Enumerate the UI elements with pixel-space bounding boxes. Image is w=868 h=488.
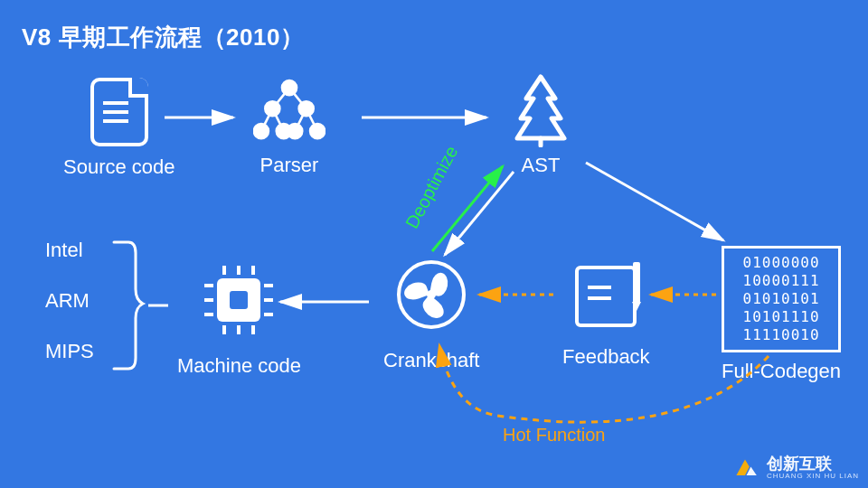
svg-point-6 xyxy=(282,80,297,95)
brand-logo-icon xyxy=(731,454,760,483)
node-feedback: Feedback xyxy=(562,260,650,369)
svg-line-18 xyxy=(445,172,514,255)
brand-name-en: CHUANG XIN HU LIAN xyxy=(767,473,859,480)
chip-icon xyxy=(203,264,275,336)
note-pencil-icon xyxy=(570,260,642,333)
pine-tree-icon xyxy=(505,74,577,146)
node-label: Source code xyxy=(63,155,175,179)
svg-point-11 xyxy=(288,124,302,138)
bracket-icon xyxy=(110,237,145,372)
binary-line: 10000111 xyxy=(733,272,829,290)
svg-point-7 xyxy=(265,101,279,116)
binary-line: 11110010 xyxy=(733,326,829,344)
arch-item: Intel xyxy=(45,239,94,262)
node-parser: Parser xyxy=(253,74,326,177)
edge-label-hot-function: Hot Function xyxy=(503,425,605,446)
svg-point-8 xyxy=(299,101,314,116)
svg-point-12 xyxy=(310,124,325,138)
svg-point-9 xyxy=(254,124,269,138)
file-icon xyxy=(83,76,156,148)
binary-line: 10101110 xyxy=(733,308,829,326)
svg-marker-13 xyxy=(517,77,564,138)
edge-label-deoptimize: Deoptimize xyxy=(401,143,462,232)
node-ast: AST xyxy=(505,74,577,177)
node-source-code: Source code xyxy=(63,76,175,179)
node-label: Parser xyxy=(253,154,326,177)
svg-line-17 xyxy=(586,163,723,240)
node-crankshaft: Crankshaft xyxy=(383,258,479,372)
arch-item: ARM xyxy=(45,289,94,313)
node-label: Machine code xyxy=(177,354,301,378)
fan-icon xyxy=(395,258,467,331)
diagram-title: V8 早期工作流程（2010） xyxy=(22,22,304,53)
node-label: Full-Codegen xyxy=(722,360,841,383)
tree-icon xyxy=(253,74,326,146)
watermark: 创新互联 CHUANG XIN HU LIAN xyxy=(731,454,859,483)
node-machine-code: Machine code xyxy=(177,264,301,378)
node-label: AST xyxy=(505,154,577,177)
node-label: Crankshaft xyxy=(383,349,479,372)
binary-line: 01000000 xyxy=(733,254,829,272)
node-full-codegen: 01000000 10000111 01010101 10101110 1111… xyxy=(722,246,841,383)
binary-icon: 01000000 10000111 01010101 10101110 1111… xyxy=(722,246,841,352)
architecture-list: Intel ARM MIPS xyxy=(45,239,94,390)
node-label: Feedback xyxy=(562,345,650,369)
binary-line: 01010101 xyxy=(733,290,829,308)
arch-item: MIPS xyxy=(45,340,94,363)
brand-name-cn: 创新互联 xyxy=(767,455,859,473)
